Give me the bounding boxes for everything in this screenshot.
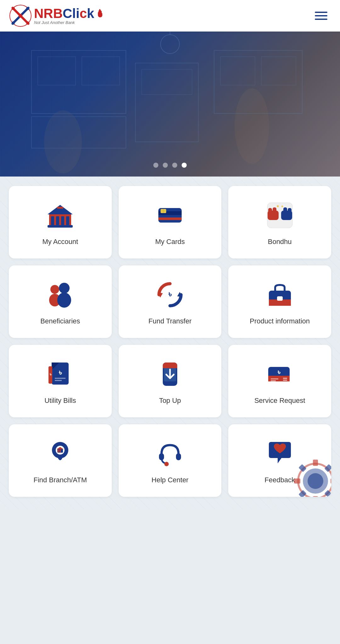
- utility-bills-label: Utility Bills: [44, 396, 76, 405]
- svg-point-48: [59, 283, 70, 293]
- svg-rect-24: [51, 216, 54, 225]
- hamburger-line-2: [315, 15, 327, 16]
- svg-rect-80: [58, 450, 59, 452]
- svg-rect-42: [288, 208, 292, 213]
- menu-grid-section: My Account My Cards: [0, 177, 340, 509]
- find-branch-atm-button[interactable]: Find Branch/ATM: [9, 424, 112, 497]
- service-request-button[interactable]: ৳ Service Request: [228, 345, 331, 417]
- svg-rect-39: [268, 208, 272, 213]
- svg-text:★: ★: [276, 204, 279, 208]
- svg-point-21: [235, 88, 269, 164]
- svg-rect-27: [66, 216, 69, 225]
- hamburger-line-3: [315, 19, 327, 20]
- app-header: NRB C l i c k Not Just Another Bank: [0, 0, 340, 32]
- find-branch-atm-label: Find Branch/ATM: [34, 476, 87, 485]
- svg-point-5: [26, 7, 29, 10]
- finger-icon: [95, 9, 105, 18]
- help-center-button[interactable]: Help Center: [119, 424, 222, 497]
- branch-atm-icon: [44, 438, 76, 469]
- svg-rect-97: [298, 464, 306, 472]
- svg-rect-90: [313, 460, 318, 466]
- fund-transfer-icon: ৳: [154, 279, 186, 310]
- svg-rect-43: [283, 207, 287, 213]
- svg-point-20: [44, 110, 82, 173]
- svg-rect-92: [331, 479, 331, 484]
- product-information-button[interactable]: Product information: [228, 265, 331, 338]
- svg-rect-33: [158, 218, 182, 220]
- svg-rect-56: [277, 296, 283, 301]
- svg-rect-25: [56, 216, 59, 225]
- svg-text:৳: ৳: [277, 368, 280, 376]
- utility-bills-button[interactable]: ৳ ৳ Utility Bills: [9, 345, 112, 417]
- service-request-label: Service Request: [254, 396, 305, 405]
- svg-rect-26: [61, 216, 64, 225]
- banner-illustration: [0, 32, 340, 177]
- svg-text:৳: ৳: [59, 368, 62, 377]
- top-up-label: Top Up: [159, 396, 181, 405]
- bondhu-button[interactable]: ★ ★ Bondhu: [228, 186, 331, 258]
- banner-dot-1[interactable]: [153, 163, 158, 168]
- svg-text:৳: ৳: [168, 289, 172, 299]
- svg-rect-86: [166, 463, 167, 466]
- top-up-button[interactable]: Top Up: [119, 345, 222, 417]
- product-information-label: Product information: [250, 317, 310, 326]
- nrb-logo-icon: [9, 5, 31, 27]
- my-account-label: My Account: [42, 237, 78, 247]
- bondhu-label: Bondhu: [268, 237, 292, 247]
- logo: NRB C l i c k Not Just Another Bank: [9, 5, 105, 27]
- svg-rect-84: [176, 453, 181, 460]
- svg-rect-30: [57, 207, 63, 209]
- svg-point-4: [12, 7, 15, 10]
- utility-bills-icon: ৳ ৳: [44, 358, 76, 390]
- product-info-icon: [264, 279, 296, 310]
- help-center-label: Help Center: [151, 476, 188, 485]
- bank-icon: [44, 200, 76, 231]
- hamburger-menu[interactable]: [312, 9, 331, 23]
- svg-rect-67: [163, 366, 177, 368]
- svg-marker-28: [48, 205, 73, 214]
- beneficiaries-label: Beneficiaries: [40, 317, 80, 326]
- fund-transfer-label: Fund Transfer: [149, 317, 192, 326]
- top-up-icon: [154, 358, 186, 390]
- card-icon: [154, 200, 186, 231]
- banner-dot-4[interactable]: [182, 163, 187, 168]
- my-cards-button[interactable]: My Cards: [119, 186, 222, 258]
- gear-overlay-icon: [290, 456, 331, 497]
- help-center-icon: [154, 438, 186, 469]
- hamburger-line-1: [315, 12, 327, 13]
- hero-banner: [0, 32, 340, 177]
- svg-point-6: [12, 21, 15, 25]
- svg-rect-91: [313, 496, 318, 497]
- service-request-icon: ৳: [264, 358, 296, 390]
- beneficiaries-button[interactable]: Beneficiaries: [9, 265, 112, 338]
- svg-rect-81: [60, 450, 61, 452]
- svg-rect-29: [48, 225, 73, 228]
- bondhu-icon: ★ ★: [264, 200, 296, 231]
- banner-dot-2[interactable]: [163, 163, 168, 168]
- menu-grid: My Account My Cards: [9, 186, 331, 497]
- logo-text: NRB C l i c k Not Just Another Bank: [34, 7, 105, 25]
- svg-point-3: [19, 14, 22, 18]
- svg-point-7: [26, 21, 29, 25]
- banner-dots: [153, 163, 187, 168]
- beneficiaries-icon: [44, 279, 76, 310]
- logo-subtitle: Not Just Another Bank: [34, 20, 105, 25]
- my-cards-label: My Cards: [155, 237, 185, 247]
- svg-rect-93: [294, 479, 300, 484]
- fund-transfer-button[interactable]: ৳ Fund Transfer: [119, 265, 222, 338]
- svg-text:৳: ৳: [49, 372, 52, 377]
- svg-point-46: [50, 285, 59, 294]
- my-account-button[interactable]: My Account: [9, 186, 112, 258]
- svg-text:★: ★: [280, 205, 283, 208]
- feedback-button[interactable]: Feedback: [228, 424, 331, 497]
- svg-point-89: [308, 473, 323, 489]
- svg-point-49: [57, 293, 71, 308]
- banner-dot-3[interactable]: [172, 163, 177, 168]
